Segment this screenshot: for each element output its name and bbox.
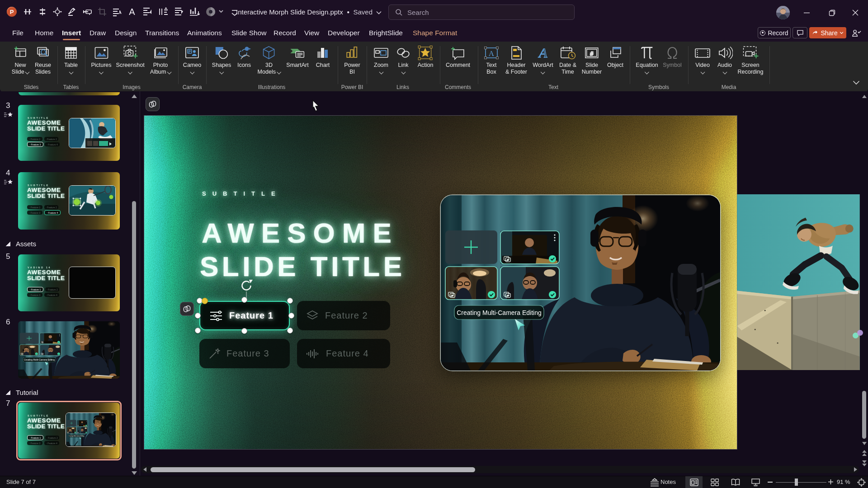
svg-text:A: A — [489, 49, 495, 58]
svg-text:#: # — [590, 50, 594, 57]
svg-text:P: P — [10, 9, 14, 15]
svg-text:A: A — [129, 7, 135, 17]
svg-text:P: P — [189, 49, 191, 54]
svg-text:A: A — [538, 45, 547, 60]
